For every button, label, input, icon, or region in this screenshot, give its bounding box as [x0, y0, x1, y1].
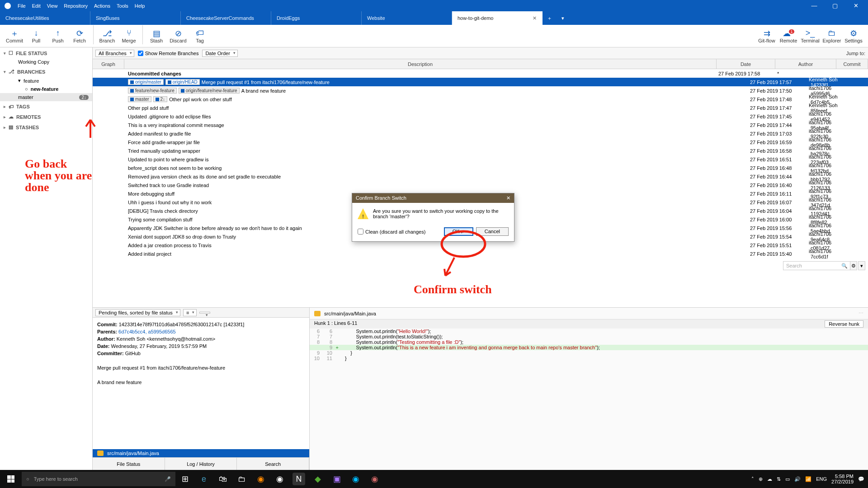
discard-button[interactable]: ⊘Discard — [167, 25, 189, 47]
branch-button[interactable]: ⎇Branch — [96, 25, 118, 47]
menu-repository[interactable]: Repository — [61, 2, 91, 10]
commit-row[interactable]: feature/new-featureorigin/feature/new-fe… — [93, 86, 868, 95]
close-button[interactable]: ✕ — [845, 0, 866, 11]
menu-tools[interactable]: Tools — [113, 2, 132, 10]
commit-row[interactable]: Added a jar creation process to Travis27… — [93, 241, 868, 249]
view-mode-2[interactable] — [199, 312, 210, 314]
commit-row[interactable]: Force add gradle-wrapper jar file27 Feb … — [93, 138, 868, 146]
date-order[interactable]: Date Order — [202, 50, 237, 57]
sidebar-stashes[interactable]: STASHES — [16, 125, 39, 130]
commit-row[interactable]: Removed java version check as its done a… — [93, 172, 868, 181]
sidebar-remotes[interactable]: REMOTES — [16, 114, 41, 120]
commit-row[interactable]: Other ppl add stuff27 Feb 2019 17:47Kenn… — [93, 103, 868, 112]
sourcetree-taskbar-icon[interactable]: ◉ — [365, 470, 384, 488]
sidebar-working-copy[interactable]: Working Copy — [0, 58, 92, 66]
bottom-tab[interactable]: File Status — [93, 458, 165, 470]
settings-button[interactable]: ⚙Settings — [843, 25, 864, 47]
diff-more[interactable]: ⋯ — [859, 310, 863, 316]
gear-dropdown[interactable]: ▾ — [858, 261, 865, 270]
branch-filter[interactable]: All Branches — [95, 50, 134, 57]
notifications-icon[interactable]: 💬 — [858, 476, 864, 482]
close-tab-icon[interactable]: ✕ — [533, 15, 537, 21]
commit-row[interactable]: Uncommitted changes27 Feb 2019 17:58* — [93, 69, 868, 78]
bottom-tab[interactable]: Log / History — [165, 458, 237, 470]
search-input[interactable]: Search🔍 — [783, 261, 851, 270]
view-mode[interactable]: ≡ — [183, 309, 197, 316]
maximize-button[interactable]: ▢ — [825, 0, 845, 11]
commit-row[interactable]: Tried manually updating wrapper27 Feb 20… — [93, 146, 868, 155]
commit-row[interactable]: Added manifest to gradle file27 Feb 2019… — [93, 129, 868, 138]
tray-battery-icon[interactable]: ▭ — [785, 476, 790, 482]
col-commit[interactable]: Commit — [836, 59, 868, 69]
commit-button[interactable]: ＋Commit — [4, 25, 25, 47]
reverse-hunk-button[interactable]: Reverse hunk — [825, 320, 863, 328]
repo-tab[interactable]: CheesecakeServerCommands — [181, 11, 271, 25]
sidebar-branch-newfeature[interactable]: ○new-feature — [0, 85, 92, 93]
dialog-close-icon[interactable]: ✕ — [506, 195, 510, 201]
chrome-icon[interactable]: ◉ — [270, 470, 289, 488]
pull-button[interactable]: ↓Pull — [25, 25, 47, 47]
new-tab-button[interactable]: ＋ — [542, 11, 556, 25]
col-author[interactable]: Author — [775, 59, 836, 69]
task-view-icon[interactable]: ⊞ — [175, 470, 194, 488]
repo-tab[interactable]: how-to-git-demo✕ — [452, 11, 542, 25]
sidebar-branch-feature[interactable]: ▾feature — [0, 76, 92, 85]
app-icon-1[interactable]: ◉ — [346, 470, 365, 488]
menu-file[interactable]: File — [14, 2, 29, 10]
parent-links[interactable]: 6d7c4b5cc4, a5995d6565 — [118, 329, 176, 334]
changed-file[interactable]: src/main/java/Main.java — [93, 449, 309, 457]
menu-view[interactable]: View — [44, 2, 61, 10]
gear-icon[interactable]: ⚙ — [850, 261, 857, 270]
sidebar-filestatus[interactable]: FILE STATUS — [16, 51, 47, 56]
tray-cloud-icon[interactable]: ☁ — [767, 476, 772, 482]
clean-checkbox[interactable]: Clean (discard all changes) — [358, 229, 425, 235]
ok-button[interactable]: OK ▻ — [444, 227, 473, 236]
sidebar-tags[interactable]: TAGS — [16, 104, 30, 109]
tray-volume-icon[interactable]: 🔊 — [794, 476, 801, 482]
taskbar-clock[interactable]: 5:58 PM27/2/2019 — [831, 474, 854, 484]
store-icon[interactable]: 🛍 — [213, 470, 232, 488]
explorer-icon[interactable]: 🗀 — [232, 470, 251, 488]
tray-icon[interactable]: ⊕ — [759, 476, 763, 482]
start-button[interactable] — [0, 470, 22, 488]
git-flow-button[interactable]: ⇉Git-flow — [756, 25, 778, 47]
commit-row[interactable]: master2↓Other ppl work on other stuff27 … — [93, 95, 868, 103]
firefox-icon[interactable]: ◉ — [251, 470, 270, 488]
sidebar-branches[interactable]: BRANCHES — [17, 69, 45, 75]
repo-tab[interactable]: SingBuses — [90, 11, 181, 25]
pending-filter[interactable]: Pending files, sorted by file status — [95, 309, 180, 316]
commit-row[interactable]: Updated to point to where gradlew is27 F… — [93, 155, 868, 164]
sidebar-branch-master[interactable]: master2↓ — [0, 93, 92, 101]
tray-chevron[interactable]: ˄ — [751, 476, 754, 482]
push-button[interactable]: ↑Push — [47, 25, 69, 47]
repo-tab[interactable]: CheesecakeUtilities — [0, 11, 90, 25]
merge-button[interactable]: ⑂Merge — [118, 25, 140, 47]
show-remote-checkbox[interactable]: Show Remote Branches — [138, 51, 199, 56]
col-graph[interactable]: Graph — [93, 59, 124, 69]
col-date[interactable]: Date — [717, 59, 775, 69]
commit-row[interactable]: origin/masterorigin/HEADMerge pull reque… — [93, 78, 868, 86]
minecraft-icon[interactable]: ◆ — [308, 470, 327, 488]
tray-wifi-icon[interactable]: ⇅ — [777, 476, 781, 482]
notion-icon[interactable]: N — [292, 473, 305, 485]
terminal-button[interactable]: >_Terminal — [799, 25, 821, 47]
bottom-tab[interactable]: Search — [237, 458, 309, 470]
col-desc[interactable]: Description — [124, 59, 717, 69]
commit-row[interactable]: Added initial project27 Feb 2019 15:40it… — [93, 249, 868, 258]
tray-network-icon[interactable]: 📶 — [805, 476, 811, 482]
repo-tab[interactable]: DroidEggs — [271, 11, 362, 25]
jump-to[interactable]: Jump to: — [846, 51, 865, 56]
menu-help[interactable]: Help — [132, 2, 148, 10]
minimize-button[interactable]: — — [804, 0, 825, 11]
tray-lang[interactable]: ENG — [816, 476, 827, 482]
commit-row[interactable]: This is a very inspirational commit mess… — [93, 121, 868, 129]
menu-actions[interactable]: Actions — [91, 2, 113, 10]
tag-button[interactable]: 🏷Tag — [189, 25, 211, 47]
explorer-button[interactable]: 🗀Explorer — [821, 25, 843, 47]
tab-dropdown[interactable]: ▾ — [556, 11, 570, 25]
fetch-button[interactable]: ⟳Fetch — [69, 25, 90, 47]
commit-row[interactable]: Switched track to use Gradle instead27 F… — [93, 181, 868, 189]
edge-icon[interactable]: e — [194, 470, 213, 488]
commit-row[interactable]: Updated .gitignore to add eclipse files2… — [93, 112, 868, 121]
twitch-icon[interactable]: ▣ — [327, 470, 346, 488]
